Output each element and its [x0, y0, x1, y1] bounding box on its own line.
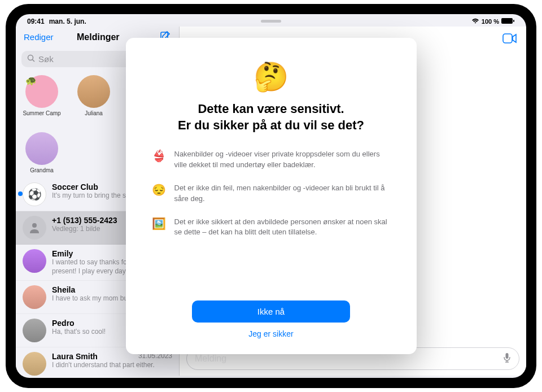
- thinking-emoji: 🤔: [253, 60, 289, 93]
- im-sure-button[interactable]: Jeg er sikker: [248, 329, 293, 338]
- screen: 09:41 man. 5. jun. 100 % Rediger Melding…: [16, 14, 526, 378]
- bullet-text: Det er ikke din feil, men nakenbilder og…: [174, 183, 391, 204]
- modal-bullet: 😔 Det er ikke din feil, men nakenbilder …: [152, 183, 391, 204]
- clothing-icon: 👙: [152, 149, 165, 163]
- bullet-text: Nakenbilder og -videoer viser private kr…: [174, 149, 391, 171]
- modal-body: 👙 Nakenbilder og -videoer viser private …: [152, 149, 391, 238]
- picture-icon: 🖼️: [152, 217, 165, 230]
- bullet-text: Det er ikke sikkert at den avbildede per…: [174, 217, 391, 238]
- modal-backdrop: 🤔 Dette kan være sensitivt. Er du sikker…: [16, 14, 526, 378]
- sad-icon: 😔: [152, 183, 165, 197]
- ipad-frame: 09:41 man. 5. jun. 100 % Rediger Melding…: [6, 4, 536, 388]
- not-now-button[interactable]: Ikke nå: [192, 300, 350, 323]
- modal-bullet: 👙 Nakenbilder og -videoer viser private …: [152, 149, 391, 171]
- modal-bullet: 🖼️ Det er ikke sikkert at den avbildede …: [152, 217, 391, 238]
- sensitive-content-modal: 🤔 Dette kan være sensitivt. Er du sikker…: [126, 38, 417, 354]
- modal-title: Dette kan være sensitivt. Er du sikker p…: [178, 101, 364, 133]
